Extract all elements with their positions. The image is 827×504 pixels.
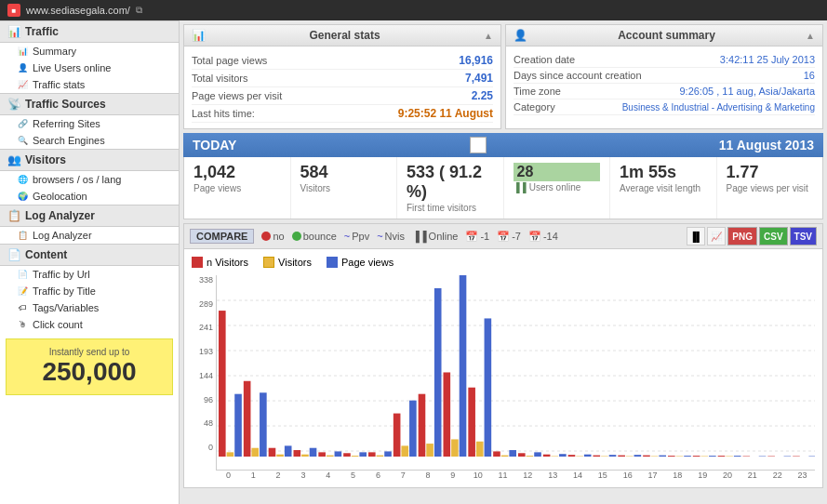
- ad-number: 250,000: [14, 357, 165, 387]
- svg-rect-9: [234, 394, 242, 457]
- pvpervisit-label: Page views per visit: [192, 90, 282, 101]
- ppv-tilde: ~: [344, 231, 350, 242]
- sidebar-item-summary[interactable]: 📊 Summary: [0, 43, 179, 60]
- export-buttons: ▐▌ 📈 PNG CSV TSV: [687, 227, 817, 245]
- compare-minus1[interactable]: 📅 -1: [465, 231, 489, 243]
- online-icon: ▐▐: [412, 231, 427, 242]
- general-stats-title: General stats: [310, 29, 380, 42]
- svg-rect-36: [460, 275, 467, 457]
- pause-button[interactable]: ⏸: [470, 137, 487, 153]
- account-summary-panel: 👤 Account summary ▲ Creation date 3:42:1…: [505, 24, 823, 129]
- svg-rect-24: [359, 452, 367, 457]
- stat-pageviews-label: Page views: [193, 183, 281, 193]
- bar-chart-btn[interactable]: ▐▌: [687, 227, 705, 245]
- compare-bounce[interactable]: bounce: [292, 231, 337, 242]
- export-csv-button[interactable]: CSV: [759, 227, 788, 245]
- x-label-12: 12: [515, 471, 540, 480]
- svg-rect-38: [476, 442, 484, 457]
- live-users-icon: 👤: [17, 62, 28, 73]
- geo-icon: 🌍: [17, 191, 28, 202]
- sidebar-item-log-analyzer[interactable]: 📋 Log Analyzer: [0, 227, 179, 244]
- sidebar-item-referring[interactable]: 🔗 Referring Sites: [0, 115, 179, 132]
- stat-visitors-value: 584: [300, 163, 388, 182]
- svg-rect-54: [609, 455, 617, 457]
- compare-no[interactable]: no: [261, 231, 284, 242]
- svg-rect-51: [584, 455, 592, 457]
- x-label-19: 19: [690, 471, 715, 480]
- favicon-icon: ■: [7, 4, 20, 17]
- pvpervisit-value: 2.25: [472, 89, 493, 102]
- sidebar-item-browsers[interactable]: 🌐 browsers / os / lang: [0, 171, 179, 188]
- line-chart-btn[interactable]: 📈: [707, 227, 726, 245]
- x-label-17: 17: [640, 471, 665, 480]
- bar-chart-svg: [216, 275, 815, 471]
- compare-nvis[interactable]: ~ Nvis: [377, 231, 405, 242]
- x-label-21: 21: [740, 471, 765, 480]
- svg-rect-58: [643, 456, 650, 457]
- x-label-14: 14: [566, 471, 591, 480]
- sidebar-item-traffic-stats[interactable]: 📈 Traffic stats: [0, 76, 179, 93]
- top-bar: ■ www.sediasegala.com/ ⧉: [0, 0, 827, 20]
- svg-rect-44: [527, 456, 534, 457]
- legend-visitors-label: Visitors: [278, 257, 312, 268]
- x-label-1: 1: [241, 471, 266, 480]
- compare-minus7[interactable]: 📅 -7: [497, 231, 521, 243]
- sidebar-item-live-users[interactable]: 👤 Live Users online: [0, 60, 179, 76]
- bounce-dot: [292, 232, 301, 241]
- sidebar-item-traffic-title[interactable]: 📝 Traffic by Title: [0, 283, 179, 299]
- export-png-button[interactable]: PNG: [727, 227, 757, 245]
- svg-rect-45: [534, 452, 541, 457]
- visitors-label: Total visitors: [192, 73, 248, 84]
- x-label-7: 7: [391, 471, 416, 480]
- minus7-label: -7: [512, 231, 521, 242]
- sidebar-item-geolocation[interactable]: 🌍 Geolocation: [0, 188, 179, 205]
- sidebar-item-click-count[interactable]: 🖱 Click count: [0, 316, 179, 333]
- sidebar-header-log-analyzer: 📋 Log Analyzer: [0, 205, 179, 227]
- content-icon: 📄: [7, 248, 21, 261]
- timezone-value: 9:26:05 , 11 aug, Asia/Jakarta: [679, 86, 815, 97]
- svg-rect-27: [384, 451, 392, 457]
- stat-cell-pvpervisit: 1.77 Page views per visit: [717, 157, 823, 219]
- days-label: Days since account creation: [514, 70, 642, 81]
- cal-icon-14: 📅: [528, 231, 541, 243]
- svg-rect-63: [684, 456, 691, 457]
- external-link-icon[interactable]: ⧉: [136, 5, 142, 16]
- site-url[interactable]: www.sediasegala.com/: [26, 5, 130, 16]
- svg-rect-20: [327, 456, 334, 457]
- compare-minus14[interactable]: 📅 -14: [528, 231, 558, 243]
- account-collapse[interactable]: ▲: [806, 31, 815, 41]
- y-label-289: 289: [192, 299, 213, 309]
- general-stats-title-icon: 📊: [192, 29, 206, 42]
- search-engines-icon: 🔍: [17, 135, 28, 146]
- sidebar-item-tags[interactable]: 🏷 Tags/Variables: [0, 299, 179, 316]
- sidebar-advertisement[interactable]: Instantly send up to 250,000: [6, 338, 173, 395]
- general-stats-collapse[interactable]: ▲: [484, 31, 493, 41]
- chart-wrapper: 338 289 241 193 144 96 48 0: [192, 275, 815, 480]
- svg-rect-30: [409, 401, 417, 457]
- pageviews-label: Total page views: [192, 55, 267, 66]
- x-label-15: 15: [590, 471, 615, 480]
- svg-rect-16: [294, 450, 301, 457]
- y-label-0: 0: [192, 443, 213, 452]
- legend-blue-box: [327, 257, 338, 268]
- cal-icon-7: 📅: [497, 231, 510, 243]
- svg-rect-31: [419, 394, 426, 457]
- stat-pageviews-value: 1,042: [193, 163, 281, 182]
- bar-chart-icon: ▐▐: [514, 182, 527, 192]
- timezone-label: Time zone: [514, 86, 561, 97]
- compare-online[interactable]: ▐▐ Online: [412, 231, 458, 242]
- traffic-icon: 📊: [7, 25, 21, 38]
- y-axis: 338 289 241 193 144 96 48 0: [192, 275, 216, 452]
- sidebar-header-content: 📄 Content: [0, 244, 179, 266]
- sidebar-item-traffic-url[interactable]: 📄 Traffic by Url: [0, 266, 179, 283]
- legend-visitors: Visitors: [263, 257, 312, 268]
- export-tsv-button[interactable]: TSV: [790, 227, 817, 245]
- svg-rect-39: [485, 318, 492, 457]
- legend-pageviews: Page views: [327, 257, 393, 268]
- x-label-8: 8: [416, 471, 441, 480]
- nvis-tilde: ~: [377, 231, 382, 242]
- content-area: 📊 General stats ▲ Total page views 16,91…: [180, 20, 827, 504]
- svg-rect-32: [426, 444, 434, 457]
- compare-ppv[interactable]: ~ Ppv: [344, 231, 369, 242]
- sidebar-item-search-engines[interactable]: 🔍 Search Engines: [0, 132, 179, 149]
